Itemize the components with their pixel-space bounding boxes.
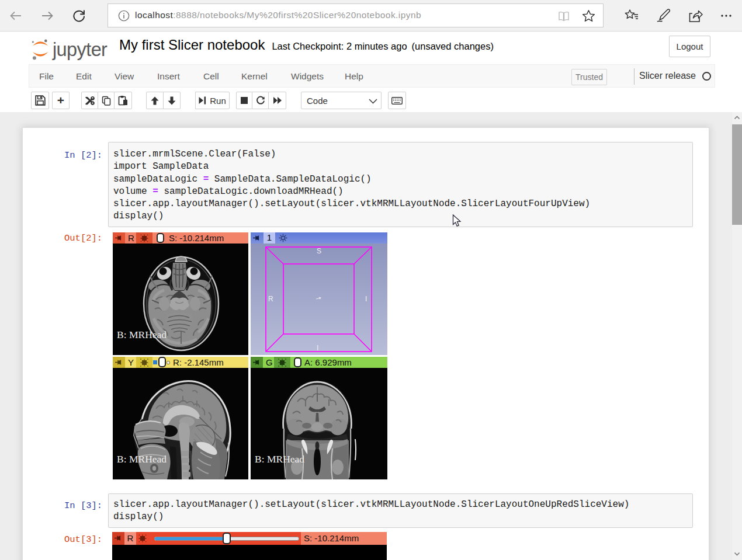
- svg-text:B: MRHead: B: MRHead: [117, 329, 167, 340]
- svg-text:I: I: [317, 344, 318, 352]
- svg-text:I: I: [365, 295, 367, 303]
- svg-text:jupyter: jupyter: [52, 39, 108, 60]
- svg-text:S: S: [317, 247, 321, 255]
- svg-text:R: R: [268, 295, 273, 303]
- svg-text:B: MRHead: B: MRHead: [117, 453, 167, 465]
- svg-text:B: MRHead: B: MRHead: [255, 453, 304, 465]
